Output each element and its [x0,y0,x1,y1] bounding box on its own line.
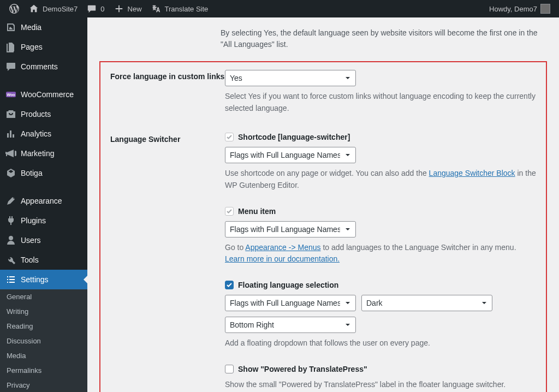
wordpress-icon [9,3,20,14]
submenu-general[interactable]: General [0,289,87,304]
appearance-icon [5,195,16,206]
menu-separator [0,79,87,82]
menu-desc: Go to Appearance -> Menus to add languag… [225,242,536,265]
menu-label: Appearance [21,197,62,205]
shortcode-block-link[interactable]: Language Switcher Block [429,169,515,177]
menu-label: Products [21,110,51,118]
settings-submenu: General Writing Reading Discussion Media… [0,289,87,392]
new-label: New [128,5,142,13]
translate-site[interactable]: Translate Site [146,0,213,17]
tools-icon [5,254,16,265]
analytics-icon [5,128,16,139]
menu-analytics[interactable]: Analytics [0,124,87,144]
plus-icon [114,3,124,14]
svg-text:Woo: Woo [7,93,15,97]
comment-icon [86,3,97,14]
submenu-permalinks[interactable]: Permalinks [0,363,87,378]
pages-icon [5,41,16,52]
submenu-reading[interactable]: Reading [0,319,87,334]
admin-bar: DemoSite7 0 New Translate Site Howdy, De… [0,0,559,17]
shortcode-desc: Use shortcode on any page or widget. You… [225,168,536,191]
floating-position-select[interactable]: Bottom Right [225,317,356,333]
menu-label: Media [21,23,41,32]
menu-style-select[interactable]: Flags with Full Language Names [225,221,356,237]
powered-checkbox[interactable] [225,365,234,373]
howdy-label: Howdy, Demo7 [489,5,537,13]
menu-label: Users [21,236,41,245]
avatar [540,4,550,14]
floating-label: Floating language selection [238,281,338,289]
submenu-discussion[interactable]: Discussion [0,334,87,348]
submenu-privacy[interactable]: Privacy [0,378,87,392]
botiga-icon [5,168,16,179]
menu-marketing[interactable]: Marketing [0,144,87,163]
menu-pages[interactable]: Pages [0,37,87,57]
menu-users[interactable]: Users [0,230,87,250]
menu-label: Analytics [21,129,51,138]
new-content[interactable]: New [109,0,146,17]
comment-icon [5,61,16,72]
menu-plugins[interactable]: Plugins [0,211,87,230]
menu-checkbox[interactable] [225,207,234,216]
powered-desc: Show the small "Powered by TranslatePres… [225,379,536,391]
menu-separator [0,186,87,188]
menu-item-label: Menu item [238,207,276,216]
force-links-desc: Select Yes if you want to force custom l… [225,91,536,114]
menu-botiga[interactable]: Botiga [0,163,87,183]
site-name[interactable]: DemoSite7 [24,0,82,17]
powered-label: Show "Powered by TranslatePress" [238,365,367,373]
field-switcher: Language Switcher Shortcode [language-sw… [110,133,536,390]
intro-text: By selecting Yes, the default language s… [99,27,547,50]
floating-checkbox[interactable] [225,281,234,289]
plugins-icon [5,215,16,226]
menu-label: WooCommerce [21,90,74,99]
content-area: By selecting Yes, the default language s… [87,17,559,392]
field-force-links: Force language in custom links Yes Selec… [110,70,536,114]
menu-label: Comments [21,62,58,71]
marketing-icon [5,148,16,159]
floating-theme-select[interactable]: Dark [361,295,492,311]
menu-label: Plugins [21,216,46,225]
menu-appearance[interactable]: Appearance [0,191,87,211]
my-account[interactable]: Howdy, Demo7 [485,0,555,17]
translate-icon [151,3,162,14]
menu-media[interactable]: Media [0,17,87,37]
floating-style-select[interactable]: Flags with Full Language Names [225,295,356,311]
wp-logo[interactable] [4,0,24,17]
media-icon [5,22,16,33]
admin-sidebar: Media Pages Comments WooWooCommerce Prod… [0,17,87,392]
home-icon [28,3,39,14]
menu-label: Marketing [21,149,54,158]
shortcode-label: Shortcode [language-switcher] [238,133,350,141]
menu-settings[interactable]: Settings [0,270,87,289]
force-links-label: Force language in custom links [110,70,225,114]
menu-label: Tools [21,256,39,264]
switcher-shortcode: Shortcode [language-switcher] Flags with… [225,133,536,191]
menu-comments[interactable]: Comments [0,57,87,76]
woo-icon: Woo [5,89,16,100]
menu-label: Pages [21,43,43,51]
switcher-label: Language Switcher [110,133,225,390]
appearance-menus-link[interactable]: Appearance -> Menus [245,243,320,252]
menu-tools[interactable]: Tools [0,250,87,270]
switcher-menu: Menu item Flags with Full Language Names… [225,207,536,265]
submenu-writing[interactable]: Writing [0,304,87,319]
settings-icon [5,274,16,285]
shortcode-checkbox[interactable] [225,133,234,141]
comments-link[interactable]: 0 [82,0,109,17]
comments-count: 0 [100,5,104,13]
shortcode-style-select[interactable]: Flags with Full Language Names [225,147,356,163]
switcher-floating: Floating language selection Flags with F… [225,281,536,349]
menu-woocommerce[interactable]: WooWooCommerce [0,85,87,104]
force-links-select[interactable]: Yes [225,70,356,86]
products-icon [5,109,16,120]
submenu-media[interactable]: Media [0,348,87,363]
users-icon [5,235,16,246]
menu-products[interactable]: Products [0,104,87,124]
switcher-powered: Show "Powered by TranslatePress" Show th… [225,365,536,391]
docs-link[interactable]: Learn more in our documentation. [225,254,340,263]
menu-label: Botiga [21,169,43,177]
menu-label: Settings [21,275,49,284]
floating-desc: Add a floating dropdown that follows the… [225,337,536,349]
settings-box: Force language in custom links Yes Selec… [99,61,547,392]
